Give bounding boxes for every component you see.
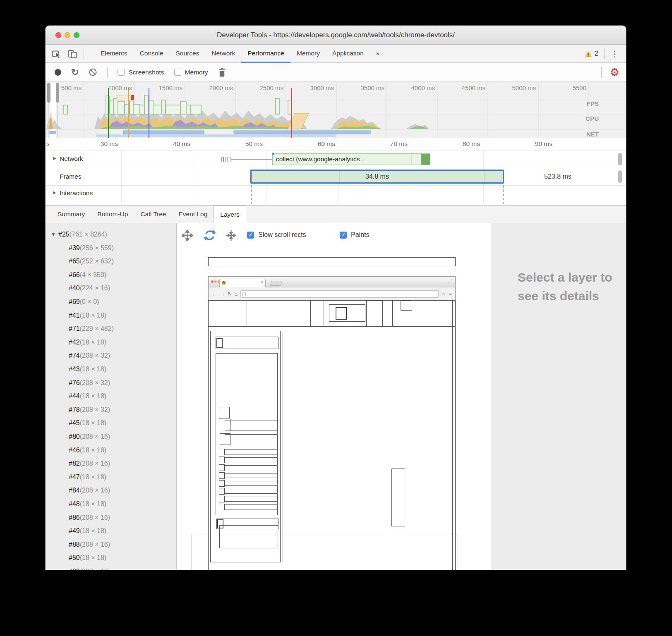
layer-tree-item[interactable]: #80(208 × 16) [46, 433, 176, 445]
tab-performance[interactable]: Performance [241, 45, 290, 63]
layer-tree-item[interactable]: #65(252 × 632) [46, 258, 176, 270]
device-toolbar-icon[interactable] [67, 49, 78, 59]
layer-size: (18 × 18) [80, 500, 106, 507]
layer-size: (18 × 18) [80, 554, 106, 561]
memory-toggle[interactable]: Memory [174, 69, 208, 76]
tab-elements[interactable]: Elements [94, 45, 134, 63]
layer-id: #39(256 × 559) [69, 244, 114, 252]
frames-track-scrollbar[interactable] [618, 170, 622, 183]
selected-frame-bar[interactable]: 34.8 ms [250, 170, 504, 184]
layer-tree-item[interactable]: #88(208 × 16) [46, 541, 176, 553]
layer-size: (18 × 18) [80, 447, 106, 454]
expander-icon[interactable]: ▼ [51, 232, 56, 237]
layer-tree-item[interactable]: #39(256 × 559) [46, 244, 176, 257]
layer-tree-item[interactable]: #46(18 × 18) [46, 447, 176, 459]
tab-more[interactable]: » [370, 45, 386, 63]
screenshot-stage: Developer Tools - https://developers.goo… [0, 0, 672, 636]
layer-tree-item[interactable]: #76(208 × 32) [46, 379, 176, 392]
timeline-tick-label: 90 ms [514, 140, 552, 148]
screenshots-checkbox[interactable] [118, 69, 125, 76]
timeline-tick-label: 60 ms [296, 140, 335, 148]
layer-tree-item[interactable]: #82(208 × 16) [46, 460, 176, 472]
devtools-window: Developer Tools - https://developers.goo… [46, 26, 626, 570]
lane-label-fps: FPS [574, 100, 599, 107]
record-button[interactable] [55, 69, 61, 76]
layer-size: (18 × 18) [80, 392, 106, 399]
layer-id: #88(208 × 16) [69, 541, 110, 548]
layer-tree-item[interactable]: #44(18 × 18) [46, 392, 176, 405]
tab-layers[interactable]: Layers [214, 206, 246, 223]
tab-sources[interactable]: Sources [170, 45, 206, 63]
warning-count: 2 [595, 50, 598, 57]
expand-interactions-icon[interactable]: ▶ [53, 190, 56, 195]
layer-id: #69(0 × 0) [69, 298, 99, 306]
layer-tree-item[interactable]: #84(208 × 16) [46, 487, 176, 499]
layer-id: #74(208 × 32) [69, 352, 110, 359]
memory-label: Memory [185, 69, 208, 76]
layer-tree-item[interactable]: #78(208 × 32) [46, 406, 176, 418]
layer-size: (208 × 32) [80, 406, 110, 413]
layer-tree-item[interactable]: #45(18 × 18) [46, 419, 176, 432]
layer-tree-item[interactable]: #41(18 × 18) [46, 312, 176, 324]
layer-size: (224 × 16) [80, 285, 110, 292]
inspect-element-icon[interactable] [51, 49, 62, 59]
layer-tree-item[interactable]: #86(208 × 16) [46, 514, 176, 526]
wireframe-footer-group [177, 223, 491, 570]
network-track-scrollbar[interactable] [618, 153, 622, 165]
screenshots-toggle[interactable]: Screenshots [118, 69, 164, 76]
layer-tree-item[interactable]: #43(18 × 18) [46, 366, 176, 378]
layer-size: (208 × 16) [80, 460, 110, 467]
layer-tree-item[interactable]: #48(18 × 18) [46, 500, 176, 513]
timeline-tracks[interactable]: s30 ms40 ms50 ms60 ms70 ms80 ms90 ms ▶ N… [46, 138, 626, 205]
settings-gear-icon[interactable]: ⚙ [610, 67, 619, 78]
layer-tree-item[interactable]: #49(18 × 18) [46, 527, 176, 540]
layer-tree-item[interactable]: #66(4 × 559) [46, 271, 176, 284]
network-request-download-segment [421, 154, 430, 165]
tab-console[interactable]: Console [134, 45, 170, 63]
tab-call-tree[interactable]: Call Tree [134, 206, 172, 223]
tab-application[interactable]: Application [326, 45, 370, 63]
tab-network[interactable]: Network [205, 45, 241, 63]
layer-id: #46(18 × 18) [69, 447, 106, 454]
layer-id: #84(208 × 16) [69, 487, 110, 494]
layer-id: #76(208 × 32) [69, 379, 110, 387]
network-track-label: Network [60, 155, 83, 163]
expand-network-icon[interactable]: ▶ [53, 156, 56, 160]
layer-tree-item[interactable]: ▼#25(761 × 8264) [46, 231, 176, 243]
tab-event-log[interactable]: Event Log [172, 206, 214, 223]
layer-details-pane: Select a layer to see its details [491, 223, 626, 570]
tab-memory[interactable]: Memory [290, 45, 326, 63]
clear-recording-icon[interactable] [89, 68, 97, 77]
trash-icon[interactable] [218, 68, 226, 77]
performance-toolbar-left: ↻ Screenshots Memory [55, 63, 226, 81]
layer-tree-item[interactable]: #69(0 × 0) [46, 298, 176, 311]
layer-tree-item[interactable]: #40(224 × 16) [46, 285, 176, 297]
console-warning-badge[interactable]: 2 [584, 50, 598, 57]
frame-selection-guide-left [251, 185, 252, 204]
layer-tree-item[interactable]: #42(18 × 18) [46, 339, 176, 351]
tab-summary[interactable]: Summary [51, 206, 91, 223]
interactions-track-row[interactable]: ▶ Interactions [46, 185, 626, 204]
frame-selection-guide-right [503, 185, 504, 204]
layer-tree-item[interactable]: #90(208 × 16) [46, 568, 176, 570]
reload-and-profile-icon[interactable]: ↻ [71, 68, 79, 77]
layer-tree-item[interactable]: #74(208 × 32) [46, 352, 176, 364]
tab-bottom-up[interactable]: Bottom-Up [91, 206, 134, 223]
timeline-tick-label: s [46, 140, 55, 148]
memory-checkbox[interactable] [174, 69, 181, 76]
layer-size: (229 × 482) [80, 325, 114, 332]
network-request-bar[interactable]: collect (www.google-analytics… [272, 153, 430, 165]
layer-size: (18 × 18) [80, 527, 106, 534]
timeline-overview[interactable]: 500 ms1000 ms1500 ms2000 ms2500 ms3000 m… [46, 82, 626, 138]
layer-id: #25(761 × 8264) [58, 231, 107, 238]
layer-tree[interactable]: ▼#25(761 × 8264)#39(256 × 559)#65(252 × … [46, 223, 177, 570]
layer-id: #43(18 × 18) [69, 366, 106, 373]
layer-id: #86(208 × 16) [69, 514, 110, 521]
interactions-track-label: Interactions [60, 189, 93, 197]
layer-tree-item[interactable]: #71(229 × 482) [46, 325, 176, 337]
layer-tree-item[interactable]: #50(18 × 18) [46, 554, 176, 567]
layer-tree-item[interactable]: #47(18 × 18) [46, 473, 176, 486]
kebab-menu-icon[interactable]: ⋮ [610, 50, 619, 58]
layer-size: (252 × 632) [80, 258, 114, 265]
layers-canvas-viewport[interactable]: Slow scroll rects Paints [177, 223, 491, 570]
